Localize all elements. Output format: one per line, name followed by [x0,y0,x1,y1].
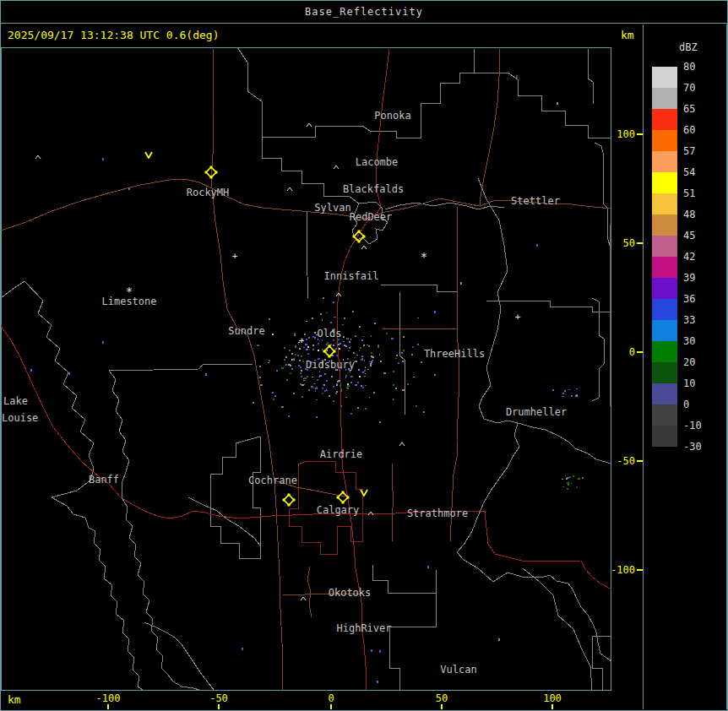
radar-viewer-window: Base_Reflectivity 2025/09/17 13:12:38 UT… [0,0,728,711]
scan-timestamp: 2025/09/17 13:12:38 UTC 0.6(deg) [8,29,219,41]
radar-site-icon [337,491,350,504]
colorbar-swatch [652,362,677,383]
colorbar-swatch [652,214,677,236]
city-label-highriver: HighRiver [336,622,391,634]
colorbar-label: 20 [683,356,695,369]
city-label-cochrane: Cochrane [248,475,297,486]
colorbar-title: dBZ [679,41,698,53]
city-label-layer: PonokaLacombeBlackfaldsRockyMHSylvanRedD… [2,110,567,676]
city-label-didsbury: Didsbury [306,359,355,371]
colorbar-label: 57 [683,144,695,158]
city-label-louise: Louise [2,412,38,424]
city-label-threehills: ThreeHills [424,348,485,360]
x-axis-tick-label: 100 [543,692,562,704]
colorbar-label: 80 [683,60,695,73]
city-label-reddeer: RedDeer [350,211,393,223]
city-label-rockymh: RockyMH [187,187,230,198]
colorbar-label: 70 [683,81,695,95]
colorbar-swatch [652,404,677,426]
city-label-lake: Lake [3,395,28,407]
station-caret-icon [334,166,339,169]
city-label-airdrie: Airdrie [320,448,363,460]
city-label-lacombe: Lacombe [356,156,399,168]
colorbar-swatch [652,320,677,341]
range-axis-horizontal: km -100-50050100 [1,691,643,709]
x-axis-tick [551,704,553,709]
city-label-blackfalds: Blackfalds [343,183,404,195]
colorbar-swatch [652,151,677,172]
reflectivity-colorbar: dBZ 807065605754514845423936333020100-10… [643,24,727,709]
city-label-stettler: Stettler [511,195,560,207]
city-label-drumheller: Drumheller [506,406,567,418]
city-label-sundre: Sundre [228,325,264,337]
colorbar-swatch [652,383,677,404]
marker-layer: **+++ [35,123,521,600]
x-axis-tick [330,704,332,709]
y-axis-tick [637,351,643,353]
station-asterisk-icon: * [421,250,427,263]
colorbar-label: 0 [683,398,689,411]
y-axis-tick [637,133,643,135]
station-caret-icon [399,442,405,446]
city-label-okotoks: Okotoks [329,587,372,599]
station-caret-icon [287,187,292,191]
city-label-vulcan: Vulcan [440,664,476,676]
colorbar-label: 54 [683,166,695,179]
colorbar-label: 60 [683,123,695,137]
x-axis-tick [107,704,109,709]
colorbar-label: 42 [683,250,695,263]
station-caret-icon [301,597,306,600]
radar-site-icon [323,345,336,358]
city-label-innisfail: Innisfail [323,270,378,282]
station-plus-icon: + [299,335,305,346]
colorbar-swatch [652,426,677,447]
city-label-banff: Banff [89,474,119,486]
y-axis-tick [637,242,643,244]
colorbar-swatch [652,193,677,214]
radar-map[interactable]: **+++PonokaLacombeBlackfaldsRockyMHSylva… [1,47,611,691]
wind-arrow-icon [145,152,152,158]
x-axis-tick-label: -50 [209,692,228,704]
colorbar-swatch [652,88,677,109]
colorbar-label: 33 [683,313,695,327]
station-caret-icon [307,123,312,127]
colorbar-label: 30 [683,334,695,348]
city-label-strathmore: Strathmore [407,507,468,519]
echo-layer [30,75,584,683]
station-plus-icon: + [515,312,521,323]
x-axis-tick-label: -100 [96,692,121,704]
colorbar-label: 10 [683,377,695,390]
x-axis-tick [218,704,220,709]
colorbar-swatch [652,257,677,278]
colorbar-label: -30 [683,440,702,453]
y-axis-tick-label: -50 [617,455,635,467]
y-axis-tick-label: 0 [629,346,635,358]
y-axis-tick [637,569,643,571]
y-axis-tick-label: -100 [611,564,635,576]
colorbar-label: 36 [683,292,695,306]
station-plus-icon: + [232,251,238,262]
colorbar-swatch [652,67,677,88]
colorbar-label: 48 [683,208,695,221]
colorbar-label: 45 [683,229,695,242]
radar-site-icon [283,494,296,507]
colorbar-swatch [652,130,677,151]
radar-map-canvas[interactable]: **+++PonokaLacombeBlackfaldsRockyMHSylva… [1,47,611,691]
x-axis-title: km [8,693,21,706]
colorbar-label: 51 [683,187,695,200]
y-axis-title: km [621,29,634,41]
x-axis-tick-label: 0 [328,692,334,704]
y-axis-tick-label: 50 [623,237,635,249]
city-label-sylvan: Sylvan [314,202,350,214]
station-caret-icon [361,246,367,249]
station-caret-icon [35,155,41,159]
city-label-olds: Olds [318,328,342,339]
colorbar-swatch [652,278,677,299]
colorbar-swatch [652,109,677,130]
city-label-ponoka: Ponoka [374,110,410,122]
x-axis-tick [441,704,443,709]
colorbar-label: -10 [683,419,702,432]
radar-site-icon [205,166,218,179]
window-title: Base_Reflectivity [305,6,423,18]
city-label-limestone: Limestone [101,296,156,307]
